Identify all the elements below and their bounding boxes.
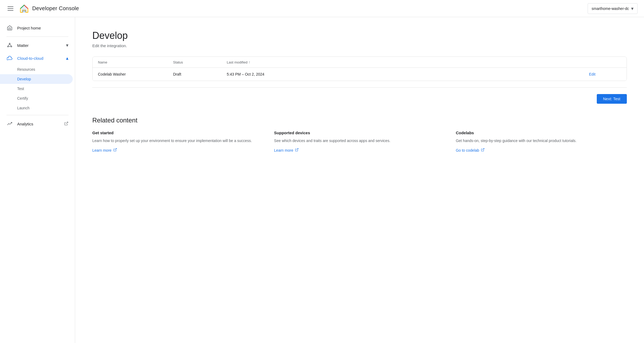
related-card-codelabs-desc: Get hands-on, step-by-step guidance with… (456, 138, 627, 144)
svg-line-9 (115, 148, 116, 150)
related-card-codelabs-title: Codelabs (456, 131, 627, 135)
table-header: Name Status Last modified ↑ (93, 57, 627, 68)
related-card-get-started-title: Get started (92, 131, 263, 135)
svg-line-5 (8, 44, 10, 46)
sidebar-item-cloud-to-cloud[interactable]: Cloud-to-cloud ▴ (0, 52, 75, 65)
sidebar-item-analytics-label: Analytics (17, 122, 33, 126)
main-content: Develop Edit the integration. Name Statu… (75, 17, 644, 343)
col-action (589, 60, 621, 64)
sidebar-item-analytics[interactable]: Analytics (0, 117, 75, 130)
sidebar-sub-item-develop-label: Develop (17, 77, 31, 81)
logo-container: Developer Console (19, 3, 79, 14)
sidebar-sub-item-certify[interactable]: Certify (0, 94, 75, 103)
sidebar-sub-item-launch-label: Launch (17, 106, 30, 110)
sidebar-sub-item-resources-label: Resources (17, 67, 35, 72)
topbar: Developer Console smarthome-washer-dc ▾ (0, 0, 644, 17)
cloud-icon (6, 55, 13, 61)
sort-asc-icon: ↑ (248, 60, 250, 64)
svg-point-4 (11, 46, 12, 47)
external-link-icon (64, 121, 68, 126)
sidebar-sub-item-develop[interactable]: Develop (0, 74, 73, 84)
sidebar-item-matter-label: Matter (17, 43, 29, 48)
page-subtitle: Edit the integration. (92, 43, 627, 48)
external-link-icon (113, 148, 117, 152)
edit-link[interactable]: Edit (589, 72, 595, 76)
svg-point-2 (9, 43, 10, 44)
sidebar: Project home Matter ▾ (0, 17, 75, 343)
matter-icon (6, 42, 13, 49)
learn-more-link-supported-devices[interactable]: Learn more (274, 148, 299, 152)
analytics-icon (6, 121, 13, 127)
sidebar-item-matter[interactable]: Matter ▾ (0, 39, 75, 52)
next-test-button[interactable]: Next: Test (597, 94, 627, 104)
learn-more-supported-devices-text: Learn more (274, 148, 293, 152)
related-grid: Get started Learn how to properly set up… (92, 131, 627, 152)
sidebar-divider-1 (6, 36, 68, 37)
next-btn-container: Next: Test (92, 94, 627, 104)
chevron-up-icon: ▴ (66, 55, 68, 61)
cell-status: Draft (173, 72, 227, 76)
sidebar-sub-item-certify-label: Certify (17, 96, 28, 100)
col-last-modified[interactable]: Last modified ↑ (227, 60, 589, 64)
external-link-icon (481, 148, 485, 152)
learn-more-get-started-text: Learn more (92, 148, 112, 152)
related-card-supported-devices-title: Supported devices (274, 131, 445, 135)
layout: Project home Matter ▾ (0, 17, 644, 343)
cell-last-modified: 5:43 PM – Oct 2, 2024 (227, 72, 589, 76)
svg-line-6 (10, 44, 11, 46)
external-link-icon (295, 148, 299, 152)
hamburger-menu-button[interactable] (6, 5, 14, 12)
related-card-supported-devices-desc: See which devices and traits are support… (274, 138, 445, 144)
related-card-get-started: Get started Learn how to properly set up… (92, 131, 263, 152)
related-card-get-started-desc: Learn how to properly set up your enviro… (92, 138, 263, 144)
cell-name: Codelab Washer (98, 72, 173, 76)
svg-line-8 (66, 122, 68, 124)
google-home-logo (19, 3, 30, 14)
go-to-codelab-link[interactable]: Go to codelab (456, 148, 485, 152)
integrations-table: Name Status Last modified ↑ Codelab Wash… (92, 57, 627, 81)
sidebar-item-project-home-label: Project home (17, 26, 41, 30)
sidebar-item-cloud-to-cloud-label: Cloud-to-cloud (17, 56, 43, 61)
chevron-down-icon: ▾ (631, 6, 634, 12)
project-selector[interactable]: smarthome-washer-dc ▾ (588, 3, 638, 14)
sidebar-sub-item-test[interactable]: Test (0, 84, 75, 94)
home-icon (6, 25, 13, 31)
svg-point-3 (8, 46, 9, 47)
sidebar-sub-item-resources[interactable]: Resources (0, 65, 75, 74)
go-to-codelab-text: Go to codelab (456, 148, 479, 152)
svg-rect-1 (22, 10, 26, 12)
section-divider (92, 87, 627, 88)
sidebar-sub-item-launch[interactable]: Launch (0, 103, 75, 113)
app-title: Developer Console (32, 5, 79, 12)
cell-action: Edit (589, 72, 621, 76)
svg-line-11 (482, 148, 484, 150)
col-name: Name (98, 60, 173, 64)
sidebar-item-project-home[interactable]: Project home (0, 21, 75, 34)
related-content: Related content Get started Learn how to… (92, 117, 627, 152)
topbar-left: Developer Console (6, 3, 79, 14)
learn-more-link-get-started[interactable]: Learn more (92, 148, 117, 152)
project-selector-label: smarthome-washer-dc (592, 6, 629, 11)
sidebar-divider-2 (6, 115, 68, 115)
sidebar-sub-item-test-label: Test (17, 87, 24, 91)
page-title: Develop (92, 30, 627, 41)
related-card-codelabs: Codelabs Get hands-on, step-by-step guid… (456, 131, 627, 152)
col-status: Status (173, 60, 227, 64)
chevron-down-icon: ▾ (66, 42, 68, 48)
table-row: Codelab Washer Draft 5:43 PM – Oct 2, 20… (93, 68, 627, 81)
svg-line-10 (297, 148, 298, 150)
related-card-supported-devices: Supported devices See which devices and … (274, 131, 445, 152)
related-content-title: Related content (92, 117, 627, 124)
